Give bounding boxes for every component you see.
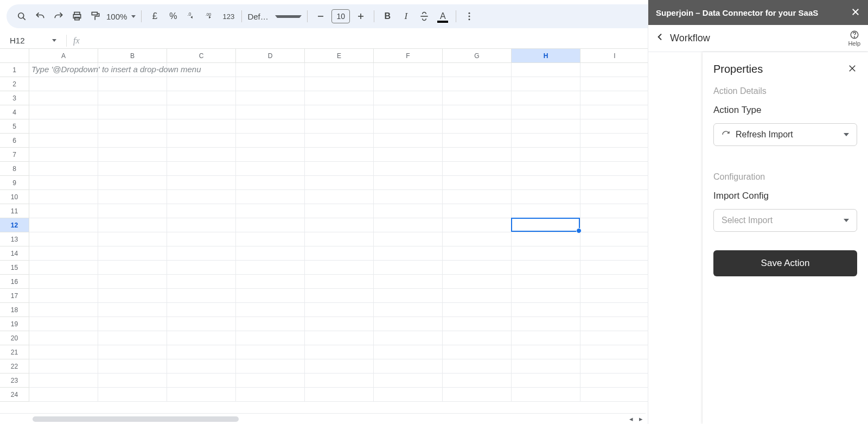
more-icon[interactable] <box>462 9 477 24</box>
cell[interactable] <box>374 289 443 303</box>
cell[interactable] <box>374 388 443 402</box>
cell[interactable] <box>305 134 374 148</box>
cell[interactable] <box>98 345 167 359</box>
cell[interactable] <box>167 176 236 190</box>
row-header[interactable]: 22 <box>0 359 29 374</box>
row-header[interactable]: 11 <box>0 204 29 218</box>
cell[interactable] <box>305 232 374 246</box>
cell[interactable] <box>443 91 512 105</box>
cell[interactable] <box>167 91 236 105</box>
cell[interactable] <box>29 134 98 148</box>
cell[interactable] <box>167 388 236 402</box>
cell[interactable] <box>167 345 236 359</box>
cell[interactable] <box>443 345 512 359</box>
cell[interactable] <box>512 91 580 105</box>
cell[interactable] <box>305 148 374 162</box>
cell[interactable] <box>98 119 167 134</box>
cell[interactable] <box>374 119 443 134</box>
cell[interactable] <box>167 63 236 77</box>
cell[interactable] <box>443 134 512 148</box>
cell[interactable] <box>29 388 98 402</box>
row-header[interactable]: 16 <box>0 275 29 289</box>
cell[interactable] <box>512 388 580 402</box>
cell[interactable] <box>29 261 98 275</box>
redo-icon[interactable] <box>51 9 66 24</box>
cell[interactable] <box>512 119 580 134</box>
cell[interactable] <box>443 162 512 176</box>
text-color-button[interactable]: A <box>435 9 450 24</box>
cell[interactable] <box>443 303 512 317</box>
row-header[interactable]: 13 <box>0 232 29 246</box>
column-header[interactable]: D <box>236 49 305 63</box>
row-header[interactable]: 18 <box>0 303 29 317</box>
cell[interactable] <box>443 359 512 374</box>
cell[interactable] <box>167 190 236 204</box>
cell[interactable] <box>29 289 98 303</box>
cell[interactable] <box>167 204 236 218</box>
cell[interactable] <box>167 359 236 374</box>
cell[interactable] <box>236 148 305 162</box>
name-box[interactable]: H12 <box>3 36 62 45</box>
cell[interactable] <box>98 374 167 388</box>
cell[interactable] <box>443 232 512 246</box>
cell[interactable] <box>29 374 98 388</box>
help-button[interactable]: Help <box>848 30 860 47</box>
cell[interactable] <box>29 91 98 105</box>
cell[interactable] <box>167 119 236 134</box>
cell[interactable] <box>512 204 580 218</box>
cell[interactable] <box>580 218 649 232</box>
cell[interactable] <box>29 246 98 261</box>
cell[interactable] <box>98 246 167 261</box>
cell[interactable] <box>29 63 98 77</box>
cell[interactable] <box>374 190 443 204</box>
cell[interactable] <box>305 190 374 204</box>
font-size-input[interactable]: 10 <box>331 9 350 23</box>
cell[interactable] <box>512 303 580 317</box>
cell[interactable] <box>236 204 305 218</box>
cell[interactable] <box>374 134 443 148</box>
row-header[interactable]: 4 <box>0 105 29 119</box>
select-all-corner[interactable] <box>0 49 29 63</box>
cell[interactable] <box>167 261 236 275</box>
cell[interactable] <box>29 162 98 176</box>
cell[interactable] <box>374 204 443 218</box>
cell[interactable] <box>236 218 305 232</box>
cell[interactable] <box>512 218 580 232</box>
cell[interactable] <box>580 388 649 402</box>
decrease-font-icon[interactable] <box>313 9 328 24</box>
cell[interactable] <box>98 63 167 77</box>
cell[interactable] <box>443 317 512 331</box>
cell[interactable] <box>98 162 167 176</box>
row-header[interactable]: 2 <box>0 77 29 91</box>
cell[interactable] <box>236 275 305 289</box>
cell[interactable] <box>512 345 580 359</box>
cell[interactable] <box>167 374 236 388</box>
cell[interactable] <box>443 218 512 232</box>
cell[interactable] <box>374 359 443 374</box>
cell[interactable] <box>374 162 443 176</box>
close-icon[interactable] <box>851 7 860 18</box>
cell[interactable] <box>374 275 443 289</box>
row-header[interactable]: 15 <box>0 261 29 275</box>
cell[interactable] <box>236 119 305 134</box>
row-header[interactable]: 1 <box>0 63 29 77</box>
cell[interactable] <box>98 331 167 345</box>
cell[interactable] <box>443 77 512 91</box>
cell[interactable] <box>236 246 305 261</box>
cell[interactable] <box>512 134 580 148</box>
cell[interactable] <box>167 148 236 162</box>
cell[interactable] <box>374 176 443 190</box>
cell[interactable] <box>512 162 580 176</box>
cell[interactable] <box>305 359 374 374</box>
cell[interactable] <box>236 232 305 246</box>
cell[interactable] <box>98 275 167 289</box>
cell[interactable] <box>580 162 649 176</box>
undo-icon[interactable] <box>33 9 48 24</box>
cell[interactable] <box>512 289 580 303</box>
cell[interactable] <box>236 190 305 204</box>
cell[interactable] <box>512 331 580 345</box>
cell[interactable] <box>512 275 580 289</box>
cell[interactable] <box>305 246 374 261</box>
cell[interactable] <box>374 232 443 246</box>
cell[interactable] <box>167 246 236 261</box>
